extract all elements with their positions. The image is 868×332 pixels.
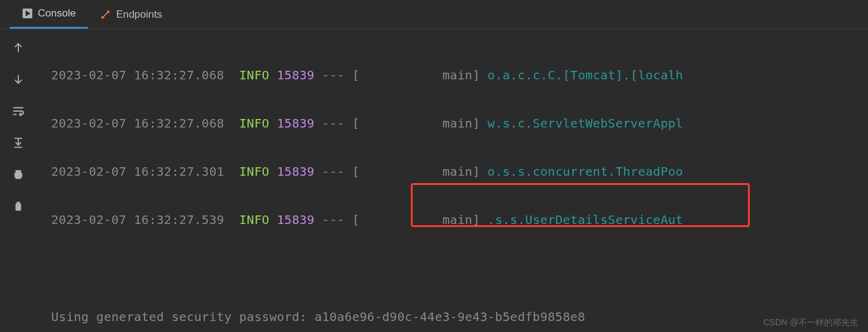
print-button[interactable] [11, 167, 26, 182]
log-line: 2023-02-07 16:32:27.068 INFO 15839 --- [… [51, 63, 868, 88]
scroll-to-end-button[interactable] [11, 135, 26, 150]
console-output[interactable]: 2023-02-07 16:32:27.068 INFO 15839 --- [… [37, 29, 868, 332]
tab-console-label: Console [38, 7, 76, 20]
console-toolbar [0, 29, 37, 332]
clear-button[interactable] [11, 199, 26, 214]
tab-endpoints-label: Endpoints [116, 9, 162, 21]
tab-bar: Console Endpoints [0, 0, 868, 29]
tab-endpoints[interactable]: Endpoints [88, 0, 174, 29]
log-line: 2023-02-07 16:32:27.301 INFO 15839 --- [… [51, 160, 868, 184]
endpoints-icon [100, 9, 111, 20]
generated-password: a10a6e96-d90c-44e3-9e43-b5edfb9858e8 [315, 309, 585, 324]
tab-console[interactable]: Console [10, 0, 88, 29]
scroll-down-button[interactable] [11, 72, 26, 87]
soft-wrap-button[interactable] [11, 104, 26, 118]
console-icon [22, 8, 33, 19]
watermark: CSDN @不一样的邓先生 [763, 317, 858, 328]
password-line: Using generated security password: a10a6… [51, 305, 868, 330]
log-line: 2023-02-07 16:32:27.068 INFO 15839 --- [… [51, 112, 868, 136]
scroll-up-button[interactable] [11, 40, 26, 55]
log-line: 2023-02-07 16:32:27.539 INFO 15839 --- [… [51, 208, 868, 233]
